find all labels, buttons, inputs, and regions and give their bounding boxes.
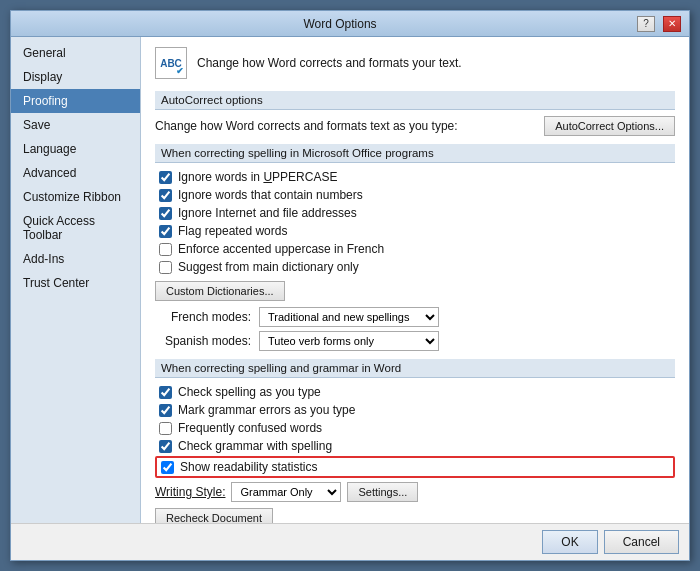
checkbox-check-spelling[interactable] [159, 386, 172, 399]
ok-button[interactable]: OK [542, 530, 597, 554]
option-readability-highlighted: Show readability statistics [155, 456, 675, 478]
spelling-word-section-header: When correcting spelling and grammar in … [155, 359, 675, 378]
option-check-spelling: Check spelling as you type [155, 384, 675, 400]
title-bar-controls: ? ✕ [637, 16, 681, 32]
checkbox-readability[interactable] [161, 461, 174, 474]
spanish-modes-row: Spanish modes: Tuteo verb forms only Vos… [155, 331, 675, 351]
label-check-grammar: Check grammar with spelling [178, 439, 332, 453]
label-confused-words: Frequently confused words [178, 421, 322, 435]
sidebar-item-add-ins[interactable]: Add-Ins [11, 247, 140, 271]
label-uppercase: Ignore words in UPPERCASE [178, 170, 337, 184]
sidebar-item-customize-ribbon[interactable]: Customize Ribbon [11, 185, 140, 209]
option-main-dictionary: Suggest from main dictionary only [155, 259, 675, 275]
writing-style-row: Writing Style: Grammar Only Grammar & St… [155, 482, 675, 502]
main-content: ABC ✔ Change how Word corrects and forma… [141, 37, 689, 523]
checkbox-internet[interactable] [159, 207, 172, 220]
option-check-grammar: Check grammar with spelling [155, 438, 675, 454]
checkbox-accented[interactable] [159, 243, 172, 256]
spanish-modes-select[interactable]: Tuteo verb forms only Voseo verb forms o… [259, 331, 439, 351]
recheck-button[interactable]: Recheck Document [155, 508, 273, 523]
main-scroll-area: ABC ✔ Change how Word corrects and forma… [141, 37, 689, 523]
french-modes-row: French modes: Traditional and new spelli… [155, 307, 675, 327]
checkbox-grammar-errors[interactable] [159, 404, 172, 417]
checkbox-main-dictionary[interactable] [159, 261, 172, 274]
footer: OK Cancel [11, 523, 689, 560]
writing-style-label: Writing Style: [155, 485, 225, 499]
label-readability: Show readability statistics [180, 460, 317, 474]
custom-dictionaries-button[interactable]: Custom Dictionaries... [155, 281, 285, 301]
settings-button[interactable]: Settings... [347, 482, 418, 502]
sidebar-item-general[interactable]: General [11, 41, 140, 65]
option-numbers: Ignore words that contain numbers [155, 187, 675, 203]
label-internet: Ignore Internet and file addresses [178, 206, 357, 220]
autocorrect-options-button[interactable]: AutoCorrect Options... [544, 116, 675, 136]
sidebar-item-quick-access[interactable]: Quick Access Toolbar [11, 209, 140, 247]
checkbox-check-grammar[interactable] [159, 440, 172, 453]
help-button[interactable]: ? [637, 16, 655, 32]
abc-icon: ABC ✔ [155, 47, 187, 79]
sidebar-item-language[interactable]: Language [11, 137, 140, 161]
checkbox-confused-words[interactable] [159, 422, 172, 435]
dialog-body: General Display Proofing Save Language A… [11, 37, 689, 523]
close-button[interactable]: ✕ [663, 16, 681, 32]
sidebar-item-proofing[interactable]: Proofing [11, 89, 140, 113]
checkbox-uppercase[interactable] [159, 171, 172, 184]
spanish-modes-label: Spanish modes: [155, 334, 255, 348]
title-bar: Word Options ? ✕ [11, 11, 689, 37]
label-grammar-errors: Mark grammar errors as you type [178, 403, 355, 417]
label-numbers: Ignore words that contain numbers [178, 188, 363, 202]
word-options-dialog: Word Options ? ✕ General Display Proofin… [10, 10, 690, 561]
label-repeated: Flag repeated words [178, 224, 287, 238]
writing-style-select[interactable]: Grammar Only Grammar & Style [231, 482, 341, 502]
autocorrect-description: Change how Word corrects and formats tex… [155, 119, 534, 133]
proofing-header: ABC ✔ Change how Word corrects and forma… [155, 47, 675, 79]
option-internet: Ignore Internet and file addresses [155, 205, 675, 221]
label-accented: Enforce accented uppercase in French [178, 242, 384, 256]
sidebar-item-save[interactable]: Save [11, 113, 140, 137]
label-check-spelling: Check spelling as you type [178, 385, 321, 399]
cancel-button[interactable]: Cancel [604, 530, 679, 554]
dialog-title: Word Options [43, 17, 637, 31]
sidebar-item-advanced[interactable]: Advanced [11, 161, 140, 185]
label-main-dictionary: Suggest from main dictionary only [178, 260, 359, 274]
option-accented: Enforce accented uppercase in French [155, 241, 675, 257]
checkbox-numbers[interactable] [159, 189, 172, 202]
sidebar-item-display[interactable]: Display [11, 65, 140, 89]
option-repeated: Flag repeated words [155, 223, 675, 239]
sidebar: General Display Proofing Save Language A… [11, 37, 141, 523]
french-modes-select[interactable]: Traditional and new spellings Traditiona… [259, 307, 439, 327]
option-grammar-errors: Mark grammar errors as you type [155, 402, 675, 418]
french-modes-label: French modes: [155, 310, 255, 324]
spelling-ms-section-header: When correcting spelling in Microsoft Of… [155, 144, 675, 163]
autocorrect-section-header: AutoCorrect options [155, 91, 675, 110]
checkbox-repeated[interactable] [159, 225, 172, 238]
sidebar-item-trust-center[interactable]: Trust Center [11, 271, 140, 295]
option-confused-words: Frequently confused words [155, 420, 675, 436]
autocorrect-row: Change how Word corrects and formats tex… [155, 116, 675, 136]
proofing-description: Change how Word corrects and formats you… [197, 56, 462, 70]
option-uppercase: Ignore words in UPPERCASE [155, 169, 675, 185]
